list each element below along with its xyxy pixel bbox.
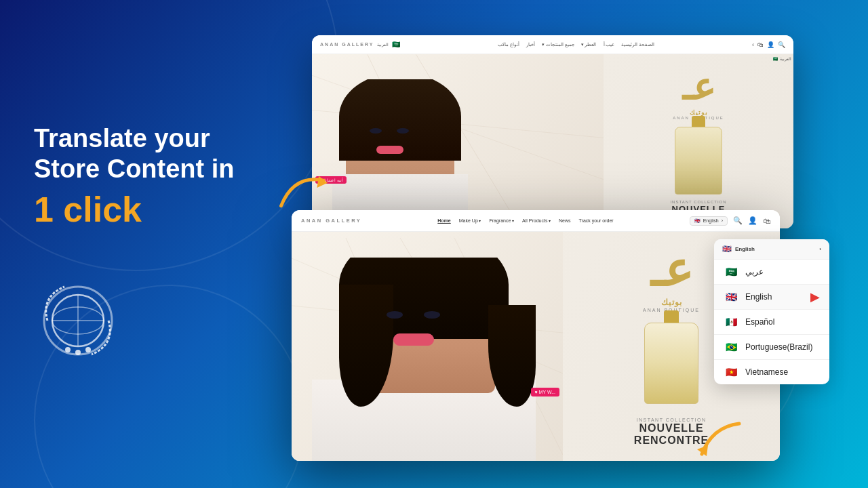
arabic-store-logo: ANAN GALLERY [320,42,374,47]
vietnamese-label: Vietnamese [745,367,788,377]
arabic-model-area: ♥ أنبه اعشانك [312,54,604,228]
english-boutique-sub: بوتيك [661,298,682,308]
down-left-arrow-decoration [692,417,746,467]
arabic-store-window: 🔍 👤 🛍 › الصفحة الرئيسية عيب أ العطر ▾ جم… [312,35,793,228]
arabic-nav-icons: 🔍 👤 🛍 › [752,41,785,48]
headline-accent: 1 click [34,190,292,229]
english-calligraphy: عـ [650,247,693,294]
account-icon[interactable]: 👤 [748,216,757,225]
globe-icon [34,277,122,365]
arabic-flag: 🇸🇦 [724,266,738,277]
arabic-right-section: 🇸🇦 العربية عـ بوتيك ANAN BOUTIQUE INSTAN… [604,54,793,228]
espanol-flag: 🇲🇽 [724,317,738,327]
portuguese-flag: 🇧🇷 [724,342,738,352]
lang-item-arabic[interactable]: 🇸🇦 عربي [714,260,829,285]
lang-item-espanol[interactable]: 🇲🇽 Español [714,310,829,335]
arabic-boutique-sub: بوتيك [690,109,708,116]
arabic-store-nav: 🔍 👤 🛍 › الصفحة الرئيسية عيب أ العطر ▾ جم… [312,35,793,54]
arabic-flag-area: 🇸🇦 العربية ANAN GALLERY [320,41,400,48]
english-nav-links: Home Make Up Fragrance All Products News… [437,218,613,223]
dropdown-header: 🇬🇧 English › [714,239,829,260]
arabic-perfume-bottle [675,127,722,195]
english-perfume-bottle [644,323,698,404]
svg-point-5 [65,347,71,352]
lang-item-vietnamese[interactable]: 🇻🇳 Vietnamese [714,360,829,384]
vietnamese-flag: 🇻🇳 [724,367,738,378]
cursor-pointer-icon: ▶ [810,289,820,304]
arabic-nav-links: الصفحة الرئيسية عيب أ العطر ▾ جميع المنت… [498,42,654,47]
arabic-label: عربي [745,267,764,277]
arabic-store-content: ♥ أنبه اعشانك 🇸🇦 العربية عـ بوتيك ANAN B… [312,54,793,228]
search-icon[interactable]: 🔍 [733,216,743,225]
english-flag: 🇬🇧 [724,291,738,302]
svg-point-6 [75,350,81,355]
svg-point-7 [85,347,91,352]
espanol-label: Español [745,317,774,327]
english-label: English [745,292,772,302]
language-selector[interactable]: 🇬🇧 English › [690,216,728,226]
english-model-area: ♥ MY W... [292,232,563,461]
lang-item-english[interactable]: 🇬🇧 English ▶ [714,285,829,310]
english-store-nav: ANAN GALLERY Home Make Up Fragrance All … [292,210,780,232]
headline-line1: Translate your Store Content in [34,123,292,185]
english-nav-right: 🇬🇧 English › 🔍 👤 🛍 [690,216,770,226]
cart-icon[interactable]: 🛍 [763,217,770,225]
language-dropdown: 🇬🇧 English › 🇸🇦 عربي 🇬🇧 English ▶ 🇲🇽 Esp… [714,239,829,384]
stores-container: 🔍 👤 🛍 › الصفحة الرئيسية عيب أ العطر ▾ جم… [292,0,868,488]
lang-item-portuguese[interactable]: 🇧🇷 Portuguese(Brazil) [714,335,829,360]
left-panel: Translate your Store Content in 1 click [0,0,326,488]
arabic-calligraphy: عـ [682,68,715,106]
english-heart-badge: ♥ MY W... [531,388,559,396]
arabic-flag-badge: 🇸🇦 العربية [773,56,791,61]
portuguese-label: Portuguese(Brazil) [745,342,812,352]
